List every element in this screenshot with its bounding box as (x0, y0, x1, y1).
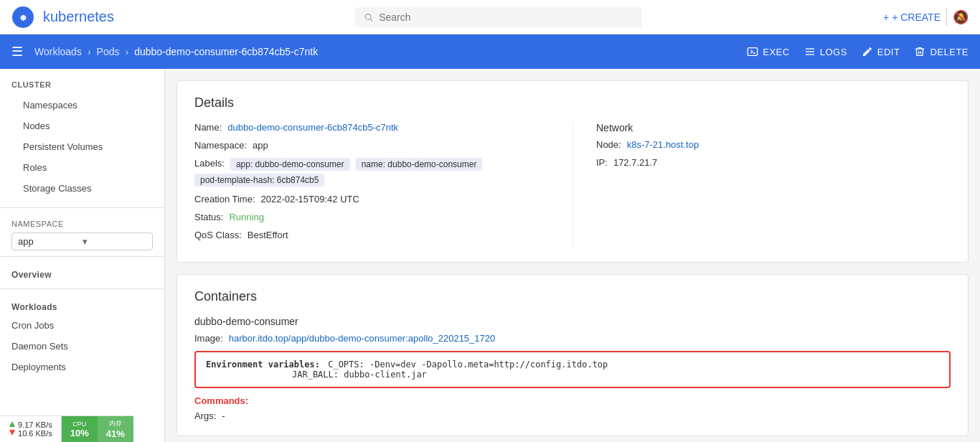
network-section: Network Node: k8s-7-21.host.top IP: 172.… (596, 122, 951, 168)
namespace-value: app (18, 236, 83, 247)
net-down-icon (9, 429, 16, 436)
workloads-section[interactable]: Workloads (0, 295, 164, 315)
breadcrumb-sep-1: › (88, 46, 91, 57)
label-chip-0: app: dubbo-demo-consumer (230, 158, 350, 171)
ip-label: IP: (596, 157, 608, 168)
exec-button[interactable]: EXEC (747, 46, 789, 57)
net-stats: 9.17 KB/s 10.6 KB/s (0, 416, 62, 442)
svg-marker-10 (9, 430, 15, 436)
overview-section[interactable]: Overview (0, 263, 164, 283)
cpu-label: CPU (72, 420, 86, 428)
breadcrumb-current: dubbo-demo-consumer-6cb874cb5-c7ntk (134, 46, 318, 57)
creation-time-value: 2022-02-15T09:42 UTC (261, 194, 359, 204)
top-nav-left: ⎈ kubernetes (11, 6, 114, 29)
detail-grid: Name: dubbo-demo-consumer-6cb874cb5-c7nt… (194, 122, 951, 248)
top-nav: ⎈ kubernetes + + CREATE 🔕 (0, 0, 980, 34)
breadcrumb-left: ☰ Workloads › Pods › dubbo-demo-consumer… (11, 44, 318, 60)
breadcrumb-bar: ☰ Workloads › Pods › dubbo-demo-consumer… (0, 34, 980, 69)
delete-icon (914, 46, 925, 57)
sidebar: Cluster Namespaces Nodes Persistent Volu… (0, 69, 165, 442)
logs-label: LOGS (820, 47, 847, 57)
status-label: Status: (194, 212, 223, 222)
mem-value: 41% (106, 428, 125, 439)
containers-title: Containers (194, 289, 951, 304)
sidebar-item-persistent-volumes[interactable]: Persistent Volumes (11, 136, 153, 157)
name-label: Name: (194, 122, 222, 133)
namespace-label-detail: Namespace: (194, 140, 247, 151)
image-label: Image: (194, 333, 223, 344)
args-row: Args: - (194, 410, 951, 421)
cpu-value: 10% (70, 428, 89, 438)
cluster-section: Cluster Namespaces Nodes Persistent Volu… (0, 69, 164, 202)
qos-label: QoS Class: (194, 230, 242, 240)
terminal-icon (747, 46, 758, 57)
args-label: Args: (194, 410, 216, 421)
namespace-select[interactable]: app ▾ (11, 232, 153, 250)
svg-marker-9 (9, 421, 15, 427)
sidebar-divider-2 (0, 256, 164, 257)
sidebar-item-namespaces[interactable]: Namespaces (11, 95, 153, 116)
sidebar-item-deployments[interactable]: Deployments (0, 357, 164, 377)
commands-label: Commands: (194, 395, 951, 406)
net-up-value: 9.17 KB/s (9, 420, 52, 429)
search-box[interactable] (355, 7, 642, 27)
create-button[interactable]: + + CREATE (883, 11, 941, 23)
delete-label: DELETE (930, 47, 969, 57)
node-label: Node: (596, 139, 621, 150)
name-value[interactable]: dubbo-demo-consumer-6cb874cb5-c7ntk (227, 122, 398, 133)
env-var-1: JAR_BALL: dubbo-client.jar (292, 370, 427, 380)
containers-card: Containers dubbo-demo-consumer Image: ha… (176, 274, 969, 436)
sidebar-item-daemon-sets[interactable]: Daemon Sets (0, 336, 164, 357)
sidebar-item-storage-classes[interactable]: Storage Classes (11, 178, 153, 199)
namespace-value-detail: app (253, 140, 268, 151)
ip-value: 172.7.21.7 (613, 157, 657, 168)
create-plus: + (883, 11, 889, 23)
edit-button[interactable]: EDIT (862, 46, 900, 57)
container-name: dubbo-demo-consumer (194, 316, 951, 327)
exec-label: EXEC (763, 47, 789, 57)
breadcrumb-actions: EXEC LOGS EDIT DELETE (747, 46, 969, 57)
search-icon (364, 12, 373, 22)
edit-icon (862, 46, 873, 57)
args-value: - (222, 410, 225, 421)
main-content: Details Name: dubbo-demo-consumer-6cb874… (165, 69, 980, 442)
detail-left: Name: dubbo-demo-consumer-6cb874cb5-c7nt… (194, 122, 573, 248)
sidebar-item-cron-jobs[interactable]: Cron Jobs (0, 315, 164, 336)
details-title: Details (194, 95, 951, 110)
breadcrumb-pods[interactable]: Pods (97, 46, 120, 57)
svg-text:⎈: ⎈ (20, 11, 27, 23)
status-value: Running (229, 212, 263, 222)
notification-icon[interactable]: 🔕 (953, 9, 969, 25)
svg-line-3 (370, 19, 372, 21)
stats-bar: 9.17 KB/s 10.6 KB/s CPU 10% 内存 41% (0, 415, 133, 442)
label-chip-2: pod-template-hash: 6cb874cb5 (194, 174, 324, 187)
sidebar-item-nodes[interactable]: Nodes (11, 116, 153, 136)
detail-right: Network Node: k8s-7-21.host.top IP: 172.… (573, 122, 951, 248)
net-down-value: 10.6 KB/s (9, 429, 52, 438)
delete-button[interactable]: DELETE (914, 46, 969, 57)
sidebar-divider-1 (0, 207, 164, 208)
cpu-stat: CPU 10% (62, 416, 98, 442)
image-value[interactable]: harbor.itdo.top/app/dubbo-demo-consumer:… (229, 333, 496, 344)
env-label: Environment variables: (206, 359, 320, 370)
logo-text: kubernetes (43, 9, 114, 25)
search-input[interactable] (379, 11, 633, 23)
svg-point-2 (365, 14, 371, 19)
logs-button[interactable]: LOGS (804, 46, 847, 57)
labels-row: Labels: app: dubbo-demo-consumer name: d… (194, 158, 550, 187)
network-title: Network (596, 122, 951, 133)
namespace-row: Namespace: app (194, 140, 550, 151)
labels-label: Labels: (194, 158, 225, 169)
mem-label: 内存 (109, 419, 122, 428)
env-var-0: C_OPTS: -Denv=dev -Dapollo.meta=http://c… (328, 359, 608, 370)
breadcrumb-workloads[interactable]: Workloads (34, 46, 82, 57)
mem-stat: 内存 41% (98, 416, 133, 442)
hamburger-icon[interactable]: ☰ (11, 44, 23, 60)
creation-time-row: Creation Time: 2022-02-15T09:42 UTC (194, 194, 550, 204)
node-value[interactable]: k8s-7-21.host.top (627, 139, 699, 150)
nav-divider (946, 9, 947, 26)
qos-value: BestEffort (248, 230, 288, 240)
sidebar-item-roles[interactable]: Roles (11, 157, 153, 178)
kubernetes-logo-icon: ⎈ (11, 6, 34, 29)
sidebar-divider-3 (0, 288, 164, 289)
